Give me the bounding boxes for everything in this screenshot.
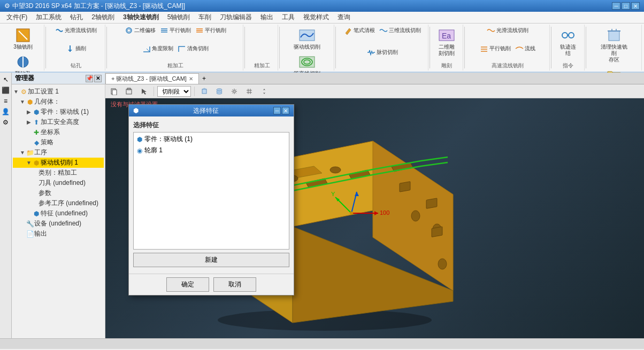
- sidebar-pin-button[interactable]: 📌: [86, 75, 93, 82]
- tree-item-process[interactable]: ▼ 📁 工序: [13, 147, 104, 158]
- tree-expand-1[interactable]: ▼: [19, 99, 26, 105]
- 3d-flow-label: 三维流线切削: [389, 27, 421, 34]
- vp-btn-select-cursor[interactable]: [137, 87, 150, 96]
- ribbon-btn-hs-smooth[interactable]: 光滑流线切削: [485, 26, 530, 35]
- tree-item-feature[interactable]: ⬢ 特征 (undefined): [13, 208, 104, 219]
- vp-cut-mode-select[interactable]: 切削段: [157, 86, 191, 97]
- ribbon-btn-parallel-1[interactable]: 平行铣削: [158, 26, 193, 35]
- ribbon-btn-smooth-flow[interactable]: 光滑流线切削: [53, 26, 98, 35]
- sep2: [106, 27, 107, 68]
- tree-expand-0[interactable]: ▼: [13, 89, 19, 95]
- dialog-section-label: 选择特征: [133, 121, 289, 130]
- hs-smooth-label: 光滑流线切削: [496, 27, 528, 34]
- tree-expand-6[interactable]: ▼: [19, 150, 26, 156]
- tree-expand-7[interactable]: ▼: [26, 160, 32, 166]
- tree-item-ref-process[interactable]: 参考工序 (undefined): [13, 198, 104, 208]
- ribbon-btn-2d-offset[interactable]: 二维偏移: [123, 26, 157, 35]
- tree-label-13: 设备 (undefined): [34, 219, 81, 228]
- dialog-title-bar: ⬢ 选择特征 ─ ✕: [129, 105, 294, 116]
- hs-flow-icon: [515, 44, 524, 53]
- menu-2axis[interactable]: 2轴铣削: [87, 12, 119, 23]
- tree-item-category[interactable]: 类别：精加工: [13, 168, 104, 178]
- side-icon-settings[interactable]: ⚙: [1, 118, 11, 127]
- dialog-cancel-button[interactable]: 取消: [213, 277, 256, 292]
- tree-expand-3[interactable]: ▶: [26, 119, 32, 126]
- menu-3axis-fast[interactable]: 3轴快速铣削: [119, 12, 163, 23]
- menu-file[interactable]: 文件(F): [2, 12, 32, 23]
- tree-item-output[interactable]: 📄 输出: [13, 229, 104, 239]
- dialog-list-item-1[interactable]: ◉ 轮廓 1: [135, 145, 288, 156]
- dialog-title-icon: ⬢: [133, 107, 139, 114]
- app-icon: ⚙: [4, 2, 10, 10]
- drive-curve-icon: [298, 27, 316, 44]
- tree-item-drive-cut[interactable]: ▼ ⬢ 驱动线切削 1: [13, 158, 104, 168]
- vp-btn-arrows[interactable]: [258, 87, 271, 96]
- tree-item-params[interactable]: 参数: [13, 188, 104, 198]
- sep6: [430, 27, 430, 68]
- angle-limit-icon: [142, 44, 151, 53]
- ribbon-group-command: 轨迹连结 指令: [553, 25, 585, 71]
- window-controls[interactable]: ─ □ ✕: [612, 2, 640, 10]
- side-icon-layers[interactable]: ≡: [1, 96, 11, 106]
- ribbon-btn-drive-curve[interactable]: 驱动线切削: [292, 26, 323, 51]
- tree-item-machining-setup[interactable]: ▼ ⚙ 加工设置 1: [13, 87, 104, 97]
- vp-btn-grid[interactable]: [243, 87, 256, 96]
- sidebar-close-button[interactable]: ✕: [94, 75, 102, 82]
- ribbon-btn-clean-store[interactable]: 清理快速铣削存区: [598, 26, 630, 64]
- ribbon-group-engrave-label: 雕刻: [441, 62, 452, 69]
- tree-expand-2[interactable]: ▶: [26, 109, 32, 115]
- tree-item-safe-height[interactable]: ▶ ⬆ 加工安全高度: [13, 117, 104, 127]
- dialog-list-item-0[interactable]: ⬢ 零件：驱动线 (1): [135, 134, 288, 145]
- ribbon-btn-hs-flow[interactable]: 流线: [513, 44, 537, 53]
- tree-item-coord[interactable]: ✚ 坐标系: [13, 127, 104, 137]
- dialog-new-button[interactable]: 新建: [133, 253, 289, 267]
- tree-item-part[interactable]: ▶ ⬢ 零件：驱动线 (1): [13, 107, 104, 117]
- side-icon-cube[interactable]: ⬛: [1, 85, 11, 95]
- vp-btn-settings[interactable]: [228, 87, 241, 96]
- clean-store-label: 清理快速铣削存区: [600, 44, 628, 63]
- dialog-ok-button[interactable]: 确定: [166, 277, 209, 292]
- tree-item-device[interactable]: 🔧 设备 (undefined): [13, 219, 104, 229]
- ribbon-btn-3axis-milling[interactable]: 3轴铣削: [11, 26, 35, 51]
- side-icon-user[interactable]: 👤: [1, 107, 11, 116]
- viewport-tab-main[interactable]: + 驱动线_Z3 - [驱动线_CAM] ✕: [105, 73, 199, 84]
- dialog-minimize-button[interactable]: ─: [273, 107, 281, 114]
- select-feature-dialog[interactable]: ⬢ 选择特征 ─ ✕ 选择特征 ⬢ 零件：驱动线 (1) ◉ 轮廓 1 新建: [128, 104, 294, 295]
- ribbon-btn-hs-parallel[interactable]: 平行铣削: [478, 44, 512, 53]
- ribbon-btn-3d-flow[interactable]: 三维流线切削: [378, 26, 423, 35]
- ribbon-btn-pulse[interactable]: 脉切切削: [365, 48, 400, 57]
- menu-drilling[interactable]: 钻孔: [66, 12, 87, 23]
- ribbon-btn-parallel-2[interactable]: 平行铣削: [194, 26, 228, 35]
- minimize-button[interactable]: ─: [612, 2, 620, 10]
- dialog-close-button[interactable]: ✕: [282, 107, 289, 114]
- viewport-tab-add[interactable]: +: [199, 74, 209, 83]
- vp-btn-copy[interactable]: [108, 87, 120, 96]
- tree-item-geometry[interactable]: ▼ ⬢ 几何体：: [13, 97, 104, 107]
- ribbon-btn-corner-clean[interactable]: 清角切削: [176, 44, 210, 53]
- ribbon-btn-pencil-clean[interactable]: 笔式清根: [342, 26, 377, 35]
- menu-tools[interactable]: 工具: [278, 12, 299, 23]
- viewport-tab-close[interactable]: ✕: [189, 76, 193, 82]
- maximize-button[interactable]: □: [622, 2, 630, 10]
- menu-output[interactable]: 输出: [256, 12, 278, 23]
- ribbon: 3轴铣削 预钻孔 策略 光滑流线切削: [0, 24, 644, 73]
- vp-btn-layers[interactable]: [213, 87, 226, 96]
- close-button[interactable]: ✕: [631, 2, 640, 10]
- vp-btn-paste[interactable]: [122, 87, 135, 96]
- ribbon-btn-path-connect[interactable]: 轨迹连结: [556, 26, 581, 58]
- tree-item-tool[interactable]: 刀具 (undefined): [13, 178, 104, 188]
- ribbon-btn-angle-limit[interactable]: 角度限制: [141, 44, 175, 53]
- menu-turning[interactable]: 车削: [194, 12, 216, 23]
- menu-5axis[interactable]: 5轴铣削: [163, 12, 195, 23]
- dialog-feature-list[interactable]: ⬢ 零件：驱动线 (1) ◉ 轮廓 1: [133, 132, 289, 250]
- svg-rect-34: [202, 89, 206, 94]
- menu-view-style[interactable]: 视觉样式: [299, 12, 333, 23]
- tree-item-strategy[interactable]: ◆ 策略: [13, 137, 104, 147]
- side-icon-pointer[interactable]: ↖: [1, 75, 11, 84]
- menu-machining-system[interactable]: 加工系统: [32, 12, 66, 23]
- ribbon-btn-2d-engrave[interactable]: Ea 二维雕刻切削: [434, 26, 459, 58]
- vp-btn-3d-view[interactable]: [198, 87, 211, 96]
- menu-query[interactable]: 查询: [333, 12, 355, 23]
- ribbon-btn-plunge[interactable]: 插削: [64, 44, 88, 53]
- menu-toolpath-editor[interactable]: 刀轨编辑器: [216, 12, 256, 23]
